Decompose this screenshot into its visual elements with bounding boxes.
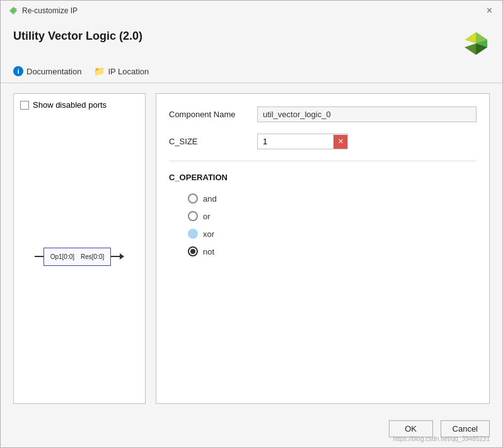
radio-row-xor: xor bbox=[188, 229, 477, 239]
toolbar: i Documentation 📁 IP Location bbox=[1, 64, 502, 83]
main-content: Show disabled ports Op1[0:0] Res[0:0] Co… bbox=[1, 83, 502, 414]
radio-row-not: not bbox=[188, 246, 477, 256]
ok-button[interactable]: OK bbox=[389, 420, 433, 437]
radio-and-label: and bbox=[203, 194, 217, 204]
c-size-input-wrapper: ✕ bbox=[257, 134, 348, 149]
title-bar: Re-customize IP × bbox=[1, 1, 502, 20]
radio-xor[interactable] bbox=[188, 229, 198, 239]
operation-radio-group: and or xor not bbox=[169, 193, 477, 256]
logic-block: Op1[0:0] Res[0:0] bbox=[43, 248, 112, 266]
radio-xor-label: xor bbox=[203, 229, 214, 239]
component-name-row: Component Name bbox=[169, 106, 477, 122]
vivado-logo-small bbox=[8, 6, 18, 16]
svg-marker-6 bbox=[465, 43, 476, 55]
radio-not[interactable] bbox=[188, 246, 198, 256]
svg-marker-0 bbox=[9, 7, 17, 14]
radio-row-and: and bbox=[188, 193, 477, 204]
c-operation-label: C_OPERATION bbox=[169, 173, 477, 182]
footer: OK Cancel bbox=[1, 414, 502, 447]
output-port-label: Res[0:0] bbox=[81, 253, 104, 260]
documentation-label: Documentation bbox=[26, 67, 81, 76]
watermark: https://blog.csdn.net/qq_39485231 bbox=[393, 435, 490, 442]
component-name-label: Component Name bbox=[169, 110, 251, 119]
right-panel: Component Name C_SIZE ✕ C_OPERATION bbox=[156, 93, 490, 404]
title-bar-text: Re-customize IP bbox=[22, 6, 78, 15]
c-operation-section: C_OPERATION bbox=[169, 173, 477, 182]
info-icon: i bbox=[13, 66, 23, 76]
dialog-window: Re-customize IP × Utility Vector Logic (… bbox=[0, 0, 503, 448]
show-disabled-label: Show disabled ports bbox=[33, 100, 107, 110]
close-button[interactable]: × bbox=[484, 6, 495, 16]
folder-icon: 📁 bbox=[94, 66, 105, 76]
c-size-row: C_SIZE ✕ bbox=[169, 134, 477, 149]
radio-row-or: or bbox=[188, 211, 477, 221]
show-disabled-row: Show disabled ports bbox=[20, 100, 139, 110]
radio-and[interactable] bbox=[188, 193, 198, 204]
dialog-title: Utility Vector Logic (2.0) bbox=[13, 30, 142, 43]
component-name-input[interactable] bbox=[257, 106, 477, 122]
header-section: Utility Vector Logic (2.0) bbox=[1, 20, 502, 64]
ip-location-label: IP Location bbox=[108, 67, 149, 76]
ip-location-link[interactable]: 📁 IP Location bbox=[94, 66, 149, 76]
divider bbox=[169, 161, 477, 161]
block-diagram-area: Op1[0:0] Res[0:0] bbox=[20, 116, 139, 397]
c-size-label: C_SIZE bbox=[169, 137, 251, 146]
title-bar-left: Re-customize IP bbox=[8, 6, 78, 16]
left-panel: Show disabled ports Op1[0:0] Res[0:0] bbox=[13, 93, 146, 404]
c-size-input[interactable] bbox=[258, 134, 333, 149]
svg-marker-5 bbox=[465, 32, 476, 43]
block-diagram: Op1[0:0] Res[0:0] bbox=[35, 248, 125, 266]
radio-or[interactable] bbox=[188, 211, 198, 221]
vivado-logo-large bbox=[462, 30, 490, 57]
output-arrow bbox=[120, 253, 124, 260]
documentation-link[interactable]: i Documentation bbox=[13, 66, 81, 76]
input-port-label: Op1[0:0] bbox=[50, 253, 74, 260]
input-connector bbox=[35, 256, 43, 257]
c-size-clear-button[interactable]: ✕ bbox=[333, 135, 347, 149]
radio-or-label: or bbox=[203, 212, 211, 221]
show-disabled-checkbox[interactable] bbox=[20, 101, 29, 110]
radio-not-label: not bbox=[203, 247, 214, 256]
output-connector bbox=[111, 256, 120, 257]
cancel-button[interactable]: Cancel bbox=[441, 420, 490, 437]
